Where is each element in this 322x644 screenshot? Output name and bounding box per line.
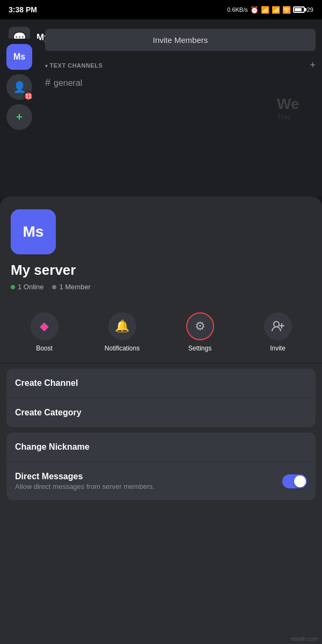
offline-dot [52, 285, 56, 289]
data-speed: 0.6KB/s [227, 6, 248, 13]
signal-icon-2: 📶 [272, 6, 280, 14]
watermark: wsxdn.com [291, 636, 318, 642]
bottom-sheet: Ms My server 1 Online 1 Member ◆ Boost 🔔 [0, 196, 322, 644]
menu-section-create: Create Channel Create Category [6, 369, 316, 427]
server-avatar-user[interactable]: 👤 11 [6, 74, 32, 100]
battery-icon [293, 6, 305, 13]
toggle-knob [294, 475, 306, 487]
direct-messages-toggle[interactable] [282, 474, 307, 488]
battery-fill [295, 8, 302, 11]
server-info-section: Ms My server 1 Online 1 Member [0, 196, 322, 302]
change-nickname-item[interactable]: Change Nickname [6, 433, 316, 462]
create-channel-item[interactable]: Create Channel [6, 369, 316, 398]
status-icons: 0.6KB/s ⏰ 📶 📶 🛜 29 [227, 6, 313, 14]
action-buttons-row: ◆ Boost 🔔 Notifications ⚙ Settings [0, 302, 322, 363]
signal-icon-1: 📶 [261, 6, 269, 14]
boost-label: Boost [36, 345, 53, 352]
menu-section-settings: Change Nickname Direct Messages Allow di… [6, 433, 316, 500]
notifications-button[interactable]: 🔔 Notifications [104, 312, 141, 352]
notifications-icon-container: 🔔 [108, 312, 136, 340]
direct-messages-item[interactable]: Direct Messages Allow direct messages fr… [6, 462, 316, 500]
top-panel: 💬 My server ⋮ 11 Ms 👤 11 + Invite Member… [0, 19, 322, 196]
settings-icon-container: ⚙ [186, 312, 214, 340]
change-nickname-label: Change Nickname [15, 442, 307, 452]
top-panel-content: Invite Members ▾ TEXT CHANNELS + # gener… [39, 19, 322, 196]
server-avatar-large: Ms [11, 209, 56, 254]
direct-messages-sub: Allow direct messages from server member… [15, 482, 282, 491]
channel-section-arrow: ▾ [45, 63, 50, 69]
online-dot [11, 285, 15, 289]
create-category-label: Create Category [15, 408, 307, 418]
settings-button[interactable]: ⚙ Settings [181, 312, 219, 352]
server-avatar-ms[interactable]: Ms [6, 44, 32, 70]
create-channel-label: Create Channel [15, 378, 307, 388]
create-category-item[interactable]: Create Category [6, 398, 316, 427]
battery-percent: 29 [307, 6, 313, 13]
invite-label: Invite [270, 345, 286, 352]
invite-button[interactable]: Invite [259, 312, 297, 352]
boost-icon-container: ◆ [31, 312, 58, 340]
svg-point-0 [274, 321, 279, 327]
fade-overlay: We This [268, 19, 322, 196]
invite-icon-container [264, 312, 292, 340]
fade-text-this: This [277, 113, 313, 121]
user-avatar-icon: 👤 [13, 80, 26, 93]
add-person-icon [271, 319, 285, 333]
fade-text-we: We [277, 96, 313, 113]
server-stats: 1 Online 1 Member [11, 283, 311, 291]
notifications-label: Notifications [105, 345, 140, 352]
boost-button[interactable]: ◆ Boost [26, 312, 63, 352]
channel-name: general [54, 78, 82, 88]
wifi-icon: 🛜 [282, 6, 291, 14]
gear-icon: ⚙ [195, 319, 206, 333]
boost-icon: ◆ [40, 319, 49, 333]
bell-icon: 🔔 [115, 319, 129, 333]
direct-messages-label: Direct Messages [15, 472, 282, 481]
server-avatar-badge: 11 [24, 91, 33, 101]
hash-icon: # [45, 77, 50, 89]
alarm-icon: ⏰ [250, 6, 259, 14]
status-bar: 3:38 PM 0.6KB/s ⏰ 📶 📶 🛜 29 [0, 0, 322, 19]
settings-label: Settings [188, 345, 211, 352]
member-count: 1 Member [59, 283, 91, 291]
status-time: 3:38 PM [9, 5, 37, 14]
online-count: 1 Online [18, 283, 43, 291]
sidebar-strip: Ms 👤 11 + [0, 39, 39, 196]
online-stat: 1 Online [11, 283, 43, 291]
member-stat: 1 Member [52, 283, 91, 291]
channels-label: ▾ TEXT CHANNELS [45, 62, 103, 69]
server-title: My server [11, 262, 311, 279]
add-server-button[interactable]: + [6, 104, 32, 130]
